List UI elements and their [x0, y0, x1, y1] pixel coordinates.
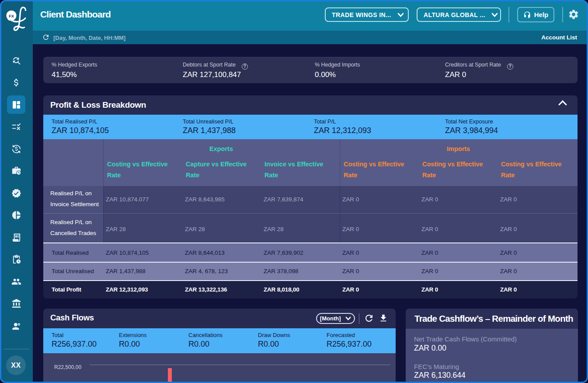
- svg-text:FX: FX: [9, 14, 14, 18]
